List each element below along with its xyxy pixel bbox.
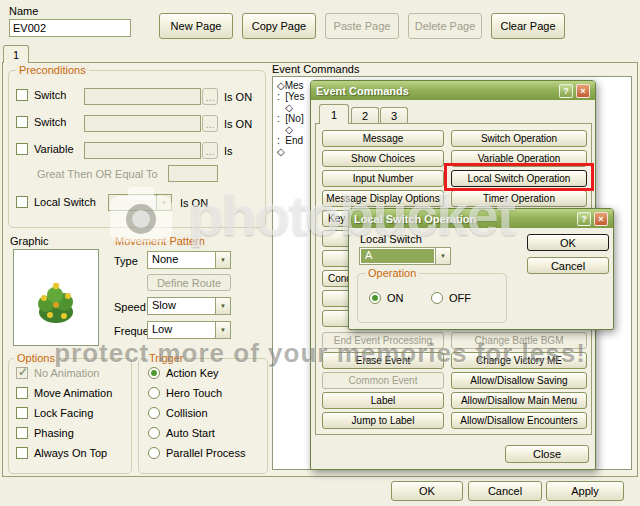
type-combo[interactable]: None [147, 251, 231, 269]
new-page-button[interactable]: New Page [159, 13, 233, 39]
delete-page-button[interactable]: Delete Page [408, 13, 482, 39]
graphic-box[interactable] [13, 249, 99, 346]
commands-tab-2[interactable]: 2 [351, 107, 379, 124]
switch2-browse-button[interactable]: ... [202, 115, 218, 132]
change-battle-bgm-button[interactable]: Change Battle BGM [451, 332, 587, 349]
auto-start-label: Auto Start [166, 427, 215, 439]
local-switch-combo[interactable] [108, 194, 172, 211]
always-on-top-checkbox[interactable]: Always On Top [16, 447, 107, 459]
great-then-field[interactable] [168, 165, 218, 182]
commands-tab-1[interactable]: 1 [319, 104, 349, 124]
input-number-button[interactable]: Input Number [322, 170, 444, 187]
chevron-down-icon [215, 252, 230, 268]
name-label: Name [9, 5, 38, 17]
on-label: ON [387, 292, 404, 304]
local-switch-checkbox[interactable]: Local Switch [16, 196, 96, 208]
switch1-browse-button[interactable]: ... [202, 88, 218, 105]
switch1-field[interactable] [84, 88, 201, 105]
show-choices-button[interactable]: Show Choices [322, 150, 444, 167]
commands-tab-3[interactable]: 3 [380, 107, 408, 124]
off-label: OFF [449, 292, 471, 304]
switch2-field[interactable] [84, 115, 201, 132]
combo-value: None [148, 252, 215, 268]
allow-disallow-main-menu-button[interactable]: Allow/Disallow Main Menu [451, 392, 587, 409]
graphic-label: Graphic [10, 235, 49, 247]
switch2-state-label: Is ON [224, 118, 252, 130]
variable-field[interactable] [84, 142, 201, 159]
trigger-title: Trigger [146, 352, 186, 364]
erase-event-button[interactable]: Erase Event [322, 352, 444, 369]
checkbox-box [16, 447, 28, 459]
chevron-down-icon [215, 298, 230, 314]
checkbox-box [16, 143, 28, 155]
message-button[interactable]: Message [322, 130, 444, 147]
on-radio[interactable]: ON [369, 292, 404, 304]
copy-page-button[interactable]: Copy Page [242, 13, 316, 39]
message-display-options-button[interactable]: Message Display Options [322, 190, 444, 207]
change-victory-me-button[interactable]: Change Victory ME [451, 352, 587, 369]
switch-operation-button[interactable]: Switch Operation [451, 130, 587, 147]
radio-dot [148, 367, 160, 379]
hero-touch-label: Hero Touch [166, 387, 222, 399]
help-icon[interactable]: ? [577, 212, 591, 226]
auto-start-radio[interactable]: Auto Start [148, 427, 215, 439]
speed-label: Speed [114, 301, 146, 313]
switch1-checkbox[interactable]: Switch [16, 89, 66, 101]
switch1-label: Switch [34, 89, 66, 101]
move-animation-checkbox[interactable]: Move Animation [16, 387, 112, 399]
close-icon[interactable]: × [594, 212, 608, 226]
name-input[interactable] [9, 19, 131, 37]
parallel-process-radio[interactable]: Parallel Process [148, 447, 245, 459]
close-icon[interactable]: × [576, 84, 590, 98]
checkbox-box [16, 387, 28, 399]
radio-dot [369, 292, 381, 304]
commands-dialog-title: Event Commands [316, 85, 409, 97]
hero-touch-radio[interactable]: Hero Touch [148, 387, 222, 399]
checkbox-box [16, 367, 28, 379]
clear-page-button[interactable]: Clear Page [491, 13, 565, 39]
always-on-top-label: Always On Top [34, 447, 107, 459]
commands-close-button[interactable]: Close [505, 445, 589, 463]
jump-to-label-button[interactable]: Jump to Label [322, 412, 444, 429]
combo-value: Low [148, 322, 215, 338]
apply-button[interactable]: Apply [546, 481, 624, 501]
local-dialog-titlebar[interactable]: Local Switch Operation ? × [349, 209, 613, 228]
highlight-box [444, 163, 594, 191]
lock-facing-checkbox[interactable]: Lock Facing [16, 407, 93, 419]
off-radio[interactable]: OFF [431, 292, 471, 304]
local-switch-select[interactable]: A [359, 247, 451, 265]
local-dialog-title: Local Switch Operation [354, 213, 476, 225]
help-icon[interactable]: ? [559, 84, 573, 98]
collision-radio[interactable]: Collision [148, 407, 208, 419]
local-ok-button[interactable]: OK [527, 234, 609, 251]
switch2-checkbox[interactable]: Switch [16, 116, 66, 128]
local-switch-field-label: Local Switch [360, 233, 422, 245]
cancel-button[interactable]: Cancel [468, 481, 542, 501]
label-button[interactable]: Label [322, 392, 444, 409]
allow-disallow-encounters-button[interactable]: Allow/Disallow Encounters [451, 412, 587, 429]
event-editor-window: Name New Page Copy Page Paste Page Delet… [0, 0, 640, 506]
switch2-label: Switch [34, 116, 66, 128]
checkbox-box [16, 427, 28, 439]
frequency-combo[interactable]: Low [147, 321, 231, 339]
ok-button[interactable]: OK [391, 481, 463, 501]
local-cancel-button[interactable]: Cancel [527, 257, 609, 274]
commands-dialog-titlebar[interactable]: Event Commands ? × [311, 81, 595, 100]
paste-page-button[interactable]: Paste Page [325, 13, 399, 39]
phasing-checkbox[interactable]: Phasing [16, 427, 74, 439]
preconditions-title: Preconditions [16, 64, 89, 76]
page-tab-1[interactable]: 1 [3, 45, 29, 63]
radio-dot [148, 427, 160, 439]
radio-dot [148, 387, 160, 399]
end-event-processing-button[interactable]: End Event Processing [322, 332, 444, 349]
action-key-radio[interactable]: Action Key [148, 367, 219, 379]
variable-checkbox[interactable]: Variable [16, 143, 74, 155]
collision-label: Collision [166, 407, 208, 419]
variable-browse-button[interactable]: ... [202, 142, 218, 159]
speed-combo[interactable]: Slow [147, 297, 231, 315]
allow-disallow-saving-button[interactable]: Allow/Disallow Saving [451, 372, 587, 389]
no-animation-checkbox[interactable]: No Animation [16, 367, 99, 379]
timer-operation-button[interactable]: Timer Operation [451, 190, 587, 207]
define-route-button[interactable]: Define Route [147, 274, 231, 291]
common-event-button[interactable]: Common Event [322, 372, 444, 389]
